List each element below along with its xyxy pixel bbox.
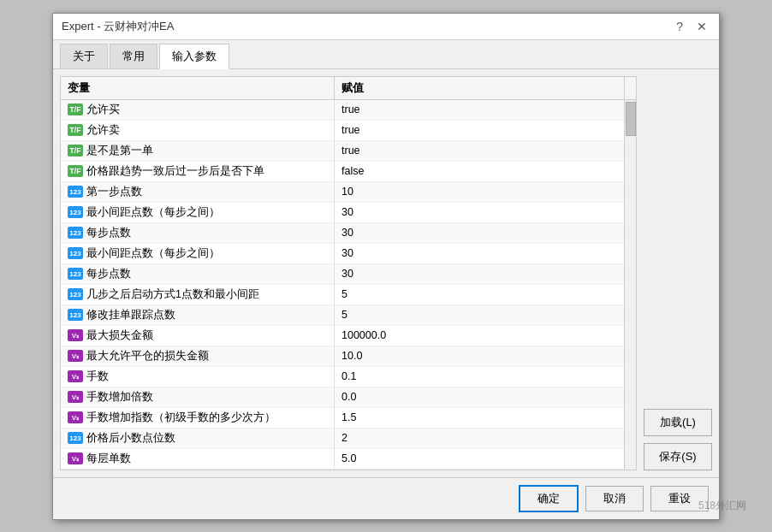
row-value-12: 10.0: [335, 347, 624, 364]
row-name-12: V₂ 最大允许平仓的损失金额: [61, 346, 335, 366]
table-row[interactable]: 123 每步点数 30: [61, 264, 624, 285]
row-name-7: 123 最小间距点数（每步之间）: [61, 244, 335, 263]
table-row[interactable]: 123 最小间距点数（每步之间） 30: [61, 203, 624, 223]
table-row[interactable]: V₂ 手数 0.1: [61, 367, 624, 387]
table-row[interactable]: 123 几步之后启动方式1点数和最小间距 5: [61, 285, 624, 305]
table-row[interactable]: T/F 允许买 true: [61, 100, 624, 121]
row-name-3: T/F 价格跟趋势一致后过一步后是否下单: [61, 162, 335, 181]
row-icon-16: 123: [68, 432, 83, 444]
table-row[interactable]: V₂ 手数增加指数（初级手数的多少次方） 1.5: [61, 408, 624, 429]
row-icon-14: V₂: [68, 391, 83, 403]
tab-bar: 关于 常用 输入参数: [53, 40, 719, 69]
table-row[interactable]: V₂ 最大损失金额 100000.0: [61, 326, 624, 346]
tab-input-params[interactable]: 输入参数: [159, 44, 229, 69]
title-bar: Expert - 云财神对冲EA ? ✕: [53, 14, 719, 40]
row-value-10: 5: [335, 306, 624, 323]
row-name-5: 123 最小间距点数（每步之间）: [61, 203, 335, 222]
tab-about[interactable]: 关于: [60, 44, 108, 68]
table-row[interactable]: T/F 允许卖 true: [61, 121, 624, 141]
table-row[interactable]: V₂ 最大允许平仓的损失金额 10.0: [61, 346, 624, 367]
row-icon-3: T/F: [68, 165, 83, 177]
row-name-16: 123 价格后小数点位数: [61, 429, 335, 448]
row-value-15: 1.5: [335, 409, 624, 426]
row-value-13: 0.1: [335, 368, 624, 385]
row-name-6: 123 每步点数: [61, 223, 335, 243]
table-row[interactable]: V₂ 每层单数 5.0: [61, 449, 624, 470]
row-value-2: true: [335, 142, 624, 159]
dialog-title: Expert - 云财神对冲EA: [62, 19, 174, 34]
row-value-7: 30: [335, 245, 624, 262]
row-value-3: false: [335, 163, 624, 180]
load-button[interactable]: 加载(L): [644, 409, 712, 436]
side-buttons: 加载(L) 保存(S): [644, 76, 712, 470]
row-name-15: V₂ 手数增加指数（初级手数的多少次方）: [61, 408, 335, 428]
row-value-4: 10: [335, 183, 624, 200]
row-name-0: T/F 允许买: [61, 100, 335, 120]
row-value-6: 30: [335, 224, 624, 241]
row-icon-2: T/F: [68, 145, 83, 157]
table-row[interactable]: 123 第一步点数 10: [61, 182, 624, 203]
row-name-2: T/F 是不是第一单: [61, 141, 335, 161]
confirm-button[interactable]: 确定: [519, 485, 579, 512]
row-icon-0: T/F: [68, 103, 83, 115]
table-row[interactable]: 123 价格后小数点位数 2: [61, 429, 624, 449]
row-icon-6: 123: [68, 227, 83, 239]
row-value-11: 100000.0: [335, 327, 624, 344]
close-button[interactable]: ✕: [693, 20, 710, 33]
row-icon-11: V₂: [68, 329, 83, 341]
table-row[interactable]: T/F 价格跟趋势一致后过一步后是否下单 false: [61, 162, 624, 182]
row-icon-15: V₂: [68, 411, 83, 423]
content-area: 变量 赋值 T/F 允许买 true T/F 允许卖 true T/F: [53, 69, 719, 477]
dialog: Expert - 云财神对冲EA ? ✕ 关于 常用 输入参数 变量 赋值 T/…: [52, 13, 720, 520]
row-name-4: 123 第一步点数: [61, 182, 335, 202]
table-row[interactable]: 123 最小间距点数（每步之间） 30: [61, 244, 624, 264]
scrollbar-thumb[interactable]: [626, 102, 636, 136]
table-row[interactable]: T/F 是不是第一单 true: [61, 141, 624, 162]
row-name-9: 123 几步之后启动方式1点数和最小间距: [61, 285, 335, 304]
row-value-1: true: [335, 121, 624, 139]
row-icon-9: 123: [68, 288, 83, 300]
row-value-0: true: [335, 101, 624, 118]
cancel-button[interactable]: 取消: [585, 486, 644, 511]
row-icon-8: 123: [68, 268, 83, 280]
row-name-10: 123 修改挂单跟踪点数: [61, 305, 335, 325]
table-row[interactable]: 123 每步点数 30: [61, 223, 624, 244]
row-name-17: V₂ 每层单数: [61, 449, 335, 469]
params-table: 变量 赋值 T/F 允许买 true T/F 允许卖 true T/F: [60, 76, 637, 470]
row-icon-7: 123: [68, 247, 83, 259]
row-name-11: V₂ 最大损失金额: [61, 326, 335, 346]
row-value-8: 30: [335, 265, 624, 282]
col-name-header: 变量: [61, 77, 335, 99]
bottom-bar: 确定 取消 重设: [53, 477, 719, 519]
row-icon-17: V₂: [68, 452, 83, 464]
row-value-5: 30: [335, 204, 624, 221]
row-icon-13: V₂: [68, 370, 83, 382]
row-value-17: 5.0: [335, 450, 624, 467]
row-value-16: 2: [335, 429, 624, 446]
tab-common[interactable]: 常用: [110, 44, 157, 68]
row-icon-4: 123: [68, 186, 83, 198]
row-name-1: T/F 允许卖: [61, 121, 335, 140]
table-scroll[interactable]: T/F 允许买 true T/F 允许卖 true T/F 是不是第一单 tru…: [61, 100, 624, 470]
row-icon-5: 123: [68, 206, 83, 218]
title-controls: ? ✕: [673, 20, 710, 33]
table-row[interactable]: V₂ 手数增加倍数 0.0: [61, 387, 624, 408]
row-icon-10: 123: [68, 309, 83, 321]
row-name-14: V₂ 手数增加倍数: [61, 387, 335, 407]
table-header: 变量 赋值: [61, 77, 636, 100]
row-icon-12: V₂: [68, 350, 83, 362]
row-name-13: V₂ 手数: [61, 367, 335, 387]
help-button[interactable]: ?: [673, 20, 686, 33]
watermark: 518外汇网: [698, 499, 746, 513]
save-button[interactable]: 保存(S): [644, 443, 712, 470]
row-value-9: 5: [335, 286, 624, 303]
table-row[interactable]: 123 修改挂单跟踪点数 5: [61, 305, 624, 326]
row-name-8: 123 每步点数: [61, 264, 335, 284]
scrollbar[interactable]: [624, 100, 636, 470]
col-value-header: 赋值: [335, 77, 624, 99]
row-icon-1: T/F: [68, 124, 83, 136]
row-value-14: 0.0: [335, 388, 624, 405]
